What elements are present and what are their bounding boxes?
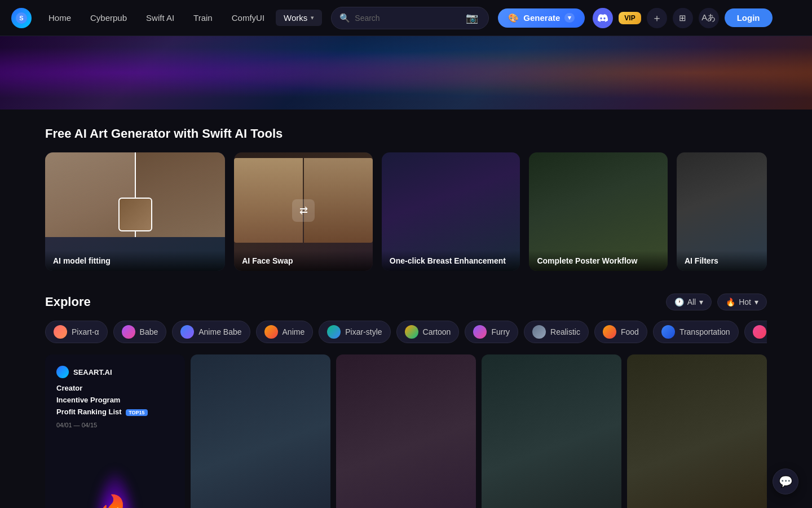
tab-realistic-avatar [532,325,546,339]
login-button[interactable]: Login [725,8,773,27]
promo-card[interactable]: SEAART.AI Creator Incentive Program Prof… [45,354,185,508]
promo-creator: Creator [56,384,174,392]
tab-realistic[interactable]: Realistic [524,321,589,343]
nav-cyberpub[interactable]: Cyberpub [82,10,135,26]
nav-swiftai[interactable]: Swift AI [138,10,182,26]
tab-anime-label: Anime [283,327,305,336]
tab-food[interactable]: Food [594,321,647,343]
image-grid: SEAART.AI Creator Incentive Program Prof… [45,354,767,508]
explore-filters: 🕐 All ▾ 🔥 Hot ▾ [666,294,767,310]
support-icon: 💬 [779,475,793,488]
promo-incentive: Incentive Program [56,396,174,404]
tab-pixar-label: Pixar-style [345,327,382,336]
tool-card-face-swap[interactable]: ⇄ AI Face Swap [234,152,373,271]
vip-badge[interactable]: VIP [619,12,641,24]
generate-icon: 🎨 [508,13,519,23]
tab-babe-label: Babe [140,327,158,336]
promo-logo-icon [56,366,69,378]
svg-text:S: S [19,15,23,21]
promo-top-badge: TOP15 [126,409,147,416]
generate-dropdown-icon: ▾ [564,13,575,23]
search-input[interactable] [355,14,459,23]
tab-transportation[interactable]: Transportation [653,321,739,343]
filter-hot-dropdown[interactable]: 🔥 Hot ▾ [717,294,767,310]
tab-p-avatar [753,325,766,339]
tool-label-breast: One-click Breast Enhancement [382,251,520,271]
image-card-5-content [627,354,767,508]
tool-label-filters: AI Filters [677,251,767,271]
tab-pixar-avatar [327,325,341,339]
promo-flame-icon: 🔥 [94,496,136,508]
generate-button[interactable]: 🎨 Generate ▾ [498,8,585,28]
tab-cartoon[interactable]: Cartoon [396,321,460,343]
promo-logo-text: SEAART.AI [73,368,112,376]
explore-title: Explore [45,295,91,309]
nav-train[interactable]: Train [186,10,220,26]
image-card-5[interactable] [627,354,767,508]
explore-header: Explore 🕐 All ▾ 🔥 Hot ▾ [45,294,767,310]
tab-realistic-label: Realistic [550,327,580,336]
filter-all-dropdown[interactable]: 🕐 All ▾ [666,294,712,310]
tools-section-title: Free AI Art Generator with Swift AI Tool… [45,126,767,141]
tool-card-poster[interactable]: Complete Poster Workflow [529,152,668,271]
main-content: Free AI Art Generator with Swift AI Tool… [0,110,812,508]
tab-pixart-avatar [54,325,67,339]
add-button[interactable]: ＋ [647,8,667,28]
tab-transport-avatar [661,325,675,339]
tool-label-face-swap: AI Face Swap [234,251,373,271]
promo-logo: SEAART.AI [56,366,174,378]
tab-animebabe[interactable]: Anime Babe [172,321,250,343]
tab-babe[interactable]: Babe [113,321,167,343]
image-card-4-content [482,354,621,508]
tab-animebabe-avatar [180,325,194,339]
filter-hot-chevron: ▾ [754,297,758,306]
tab-food-avatar [603,325,616,339]
image-card-2-content [191,354,330,508]
image-card-4[interactable] [482,354,621,508]
hero-banner [0,36,812,110]
tab-p[interactable]: P... [744,321,767,343]
navbar: S Home Cyberpub Swift AI Train ComfyUI W… [0,0,812,36]
tab-furry-label: Furry [491,327,510,336]
nav-works[interactable]: Works ▾ [276,10,322,26]
tab-pixar[interactable]: Pixar-style [319,321,390,343]
category-tabs: Pixart-α Babe Anime Babe Anime Pixar-sty… [45,321,767,343]
tab-anime[interactable]: Anime [256,321,314,343]
tab-cartoon-avatar [405,325,418,339]
promo-date: 04/01 — 04/15 [56,422,174,428]
translate-button[interactable]: Aあ [699,8,719,28]
tool-card-model-fitting[interactable]: AI model fitting [45,152,225,271]
image-card-2[interactable] [191,354,330,508]
tab-furry-avatar [473,325,487,339]
tool-label-model-fitting: AI model fitting [45,251,225,271]
camera-search-button[interactable]: 📷 [464,11,480,25]
search-bar: 🔍 📷 [331,7,489,29]
tab-babe-avatar [122,325,135,339]
discord-button[interactable] [593,8,613,28]
tab-cartoon-label: Cartoon [423,327,451,336]
tab-animebabe-label: Anime Babe [198,327,241,336]
tool-card-breast[interactable]: One-click Breast Enhancement [382,152,520,271]
tab-anime-avatar [264,325,278,339]
search-icon: 🔍 [339,13,350,23]
grid-button[interactable]: ⊞ [673,8,693,28]
nav-comfyui[interactable]: ComfyUI [224,10,272,26]
support-button[interactable]: 💬 [773,468,798,494]
logo[interactable]: S [11,8,32,28]
tools-grid: AI model fitting ⇄ AI Face Swap One-clic… [45,152,767,271]
filter-all-chevron: ▾ [699,297,703,306]
tab-pixart-label: Pixart-α [72,327,99,336]
tab-food-label: Food [621,327,639,336]
tool-card-filters[interactable]: AI Filters [677,152,767,271]
tab-furry[interactable]: Furry [465,321,518,343]
nav-home[interactable]: Home [41,10,79,26]
image-card-3[interactable] [336,354,476,508]
image-card-3-content [336,354,476,508]
clock-icon: 🕐 [674,297,684,306]
fire-icon: 🔥 [726,297,735,306]
nav-right-actions: VIP ＋ ⊞ Aあ Login [593,8,772,28]
tab-transport-label: Transportation [679,327,730,336]
tool-label-poster: Complete Poster Workflow [529,251,668,271]
tab-pixart[interactable]: Pixart-α [45,321,108,343]
chevron-down-icon: ▾ [311,14,314,21]
